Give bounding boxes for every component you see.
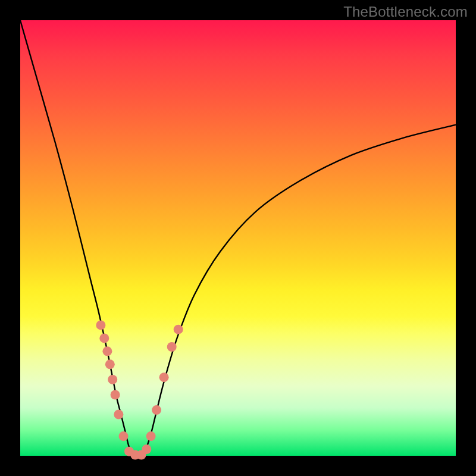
- sample-point: [114, 410, 123, 419]
- sample-point: [142, 444, 151, 454]
- sample-point: [99, 333, 109, 343]
- sample-point: [174, 325, 183, 334]
- sample-point: [102, 346, 112, 356]
- sample-point: [119, 431, 129, 441]
- sample-point: [96, 320, 105, 330]
- sample-point: [152, 405, 161, 415]
- watermark-label: TheBottleneck.com: [343, 4, 468, 20]
- chart-frame: TheBottleneck.com: [0, 0, 476, 476]
- sample-point: [105, 359, 115, 369]
- sample-point: [146, 431, 156, 441]
- sample-point: [111, 390, 120, 400]
- sample-point: [108, 375, 117, 384]
- chart-plot-area: [20, 20, 456, 456]
- sample-point: [167, 342, 177, 352]
- sample-points-layer: [20, 20, 456, 456]
- sample-point: [159, 372, 169, 382]
